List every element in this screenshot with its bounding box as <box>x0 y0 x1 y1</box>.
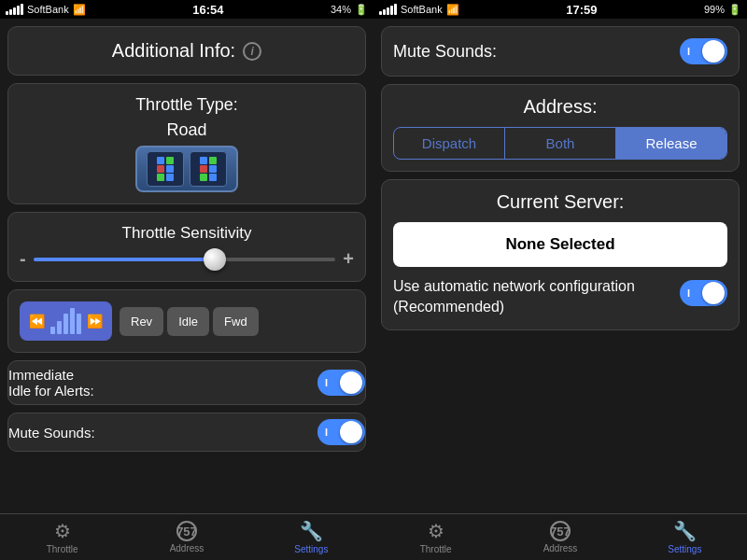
current-server-title: Current Server: <box>393 191 727 213</box>
auto-config-toggle-text: I <box>687 287 690 299</box>
left-mute-toggle-knob <box>340 421 362 443</box>
wifi-icon: 📶 <box>73 4 86 16</box>
toggle-on-text: I <box>325 377 328 388</box>
right-time: 17:59 <box>566 3 597 17</box>
right-address-tab-label: Address <box>543 543 578 553</box>
speed-indicator <box>47 308 85 334</box>
auto-config-row: Use automatic network configuration (Rec… <box>393 276 727 318</box>
signal-icon <box>6 4 23 15</box>
right-status-right: 99% 🔋 <box>704 4 741 16</box>
left-tab-settings[interactable]: 🔧 Settings <box>249 520 374 554</box>
fwd-button[interactable]: Fwd <box>213 307 259 336</box>
mute-sounds-toggle[interactable]: I <box>680 38 727 64</box>
right-throttle-tab-label: Throttle <box>420 544 452 554</box>
mute-sounds-card: Mute Sounds: I <box>381 26 740 77</box>
left-carrier: SoftBank <box>27 4 69 15</box>
auto-config-toggle-knob <box>702 282 725 304</box>
toggle-knob <box>340 371 362 394</box>
left-mute-card: Mute Sounds: I <box>7 413 366 452</box>
throttle-device-2 <box>190 151 227 187</box>
right-carrier: SoftBank <box>401 4 443 15</box>
auto-config-toggle[interactable]: I <box>680 280 727 306</box>
right-content: Mute Sounds: I Address: Dispatch Both Re… <box>374 19 747 513</box>
address-segmented-control: Dispatch Both Release <box>393 127 727 160</box>
right-wifi-icon: 📶 <box>446 4 459 16</box>
speed-controls: ⏪ ⏩ <box>20 301 112 341</box>
right-battery: 99% <box>704 4 725 15</box>
settings-tab-icon: 🔧 <box>300 520 323 542</box>
slider-thumb <box>204 248 226 271</box>
throttle-image <box>135 146 238 192</box>
left-status-left: SoftBank 📶 <box>6 4 86 16</box>
left-battery: 34% <box>331 4 351 15</box>
left-mute-toggle[interactable]: I <box>317 419 365 445</box>
mute-toggle-text: I <box>687 46 690 57</box>
right-battery-icon: 🔋 <box>728 4 741 16</box>
left-throttle-tab-label: Throttle <box>47 544 78 554</box>
right-tab-bar: ⚙ Throttle 757 Address 🔧 Settings <box>374 513 747 560</box>
rewind-btn[interactable]: ⏪ <box>27 310 47 332</box>
immediate-idle-label: ImmediateIdle for Alerts: <box>8 367 94 399</box>
throttle-type-label: Throttle Type: <box>135 95 238 115</box>
dispatch-button[interactable]: Dispatch <box>394 128 504 159</box>
mute-toggle-knob <box>702 40 725 63</box>
server-selector[interactable]: None Selected <box>393 222 727 267</box>
right-tab-address[interactable]: 757 Address <box>498 521 622 553</box>
rev-button[interactable]: Rev <box>120 307 163 336</box>
left-tab-throttle[interactable]: ⚙ Throttle <box>0 520 124 554</box>
immediate-idle-toggle[interactable]: I <box>317 370 365 396</box>
right-status-left: SoftBank 📶 <box>379 4 459 16</box>
left-status-bar: SoftBank 📶 16:54 34% 🔋 <box>0 0 374 19</box>
address-tab-icon: 757 <box>176 521 197 541</box>
info-icon[interactable]: i <box>243 42 261 61</box>
sensitivity-card: Throttle Sensitivity - + <box>7 212 366 282</box>
left-tab-bar: ⚙ Throttle 757 Address 🔧 Settings <box>0 513 374 560</box>
additional-info-card: Additional Info: i <box>7 26 366 76</box>
right-signal-icon <box>379 4 397 15</box>
sensitivity-slider[interactable] <box>34 258 336 261</box>
left-mute-label: Mute Sounds: <box>8 425 95 441</box>
right-tab-throttle[interactable]: ⚙ Throttle <box>374 520 498 554</box>
auto-config-text: Use automatic network configuration <box>393 278 635 294</box>
right-status-bar: SoftBank 📶 17:59 99% 🔋 <box>374 0 747 19</box>
release-button[interactable]: Release <box>615 128 726 159</box>
auto-config-text-container: Use automatic network configuration (Rec… <box>393 276 672 318</box>
right-panel: SoftBank 📶 17:59 99% 🔋 Mute Sounds: I Ad… <box>374 0 747 560</box>
left-tab-address[interactable]: 757 Address <box>124 521 248 553</box>
additional-info-title: Additional Info: <box>112 40 235 62</box>
address-card: Address: Dispatch Both Release <box>381 84 740 172</box>
address-title: Address: <box>524 96 598 118</box>
left-content: Additional Info: i Throttle Type: Road <box>0 19 374 513</box>
both-button[interactable]: Both <box>504 128 615 159</box>
sensitivity-slider-row: - + <box>20 248 354 270</box>
right-tab-settings[interactable]: 🔧 Settings <box>623 520 747 554</box>
throttle-type-value: Road <box>166 120 206 140</box>
current-server-card: Current Server: None Selected Use automa… <box>381 179 740 330</box>
throttle-device-1 <box>147 151 184 187</box>
sensitivity-label: Throttle Sensitivity <box>20 224 354 243</box>
left-panel: SoftBank 📶 16:54 34% 🔋 Additional Info: … <box>0 0 374 560</box>
left-status-right: 34% 🔋 <box>331 4 368 16</box>
right-throttle-tab-icon: ⚙ <box>428 520 444 542</box>
mute-sounds-label: Mute Sounds: <box>393 42 497 62</box>
left-mute-toggle-text: I <box>325 427 328 438</box>
immediate-idle-card: ImmediateIdle for Alerts: I <box>7 360 366 405</box>
forward-btn[interactable]: ⏩ <box>85 310 105 332</box>
right-settings-tab-label: Settings <box>668 544 701 554</box>
recommended-text: (Recommended) <box>393 299 504 315</box>
controls-card: ⏪ ⏩ Rev Idle Fwd <box>7 289 366 353</box>
slider-plus-label: + <box>343 248 354 270</box>
slider-minus-label: - <box>20 248 26 270</box>
right-address-tab-icon: 757 <box>550 521 571 541</box>
idle-button[interactable]: Idle <box>167 307 209 336</box>
server-selected-value: None Selected <box>505 235 614 253</box>
battery-icon: 🔋 <box>355 4 368 16</box>
throttle-tab-icon: ⚙ <box>54 520 71 542</box>
left-time: 16:54 <box>192 3 223 17</box>
left-settings-tab-label: Settings <box>294 544 328 554</box>
left-address-tab-label: Address <box>170 543 204 553</box>
throttle-type-card: Throttle Type: Road <box>7 83 366 204</box>
direction-buttons: Rev Idle Fwd <box>120 307 259 336</box>
right-settings-tab-icon: 🔧 <box>673 520 697 542</box>
